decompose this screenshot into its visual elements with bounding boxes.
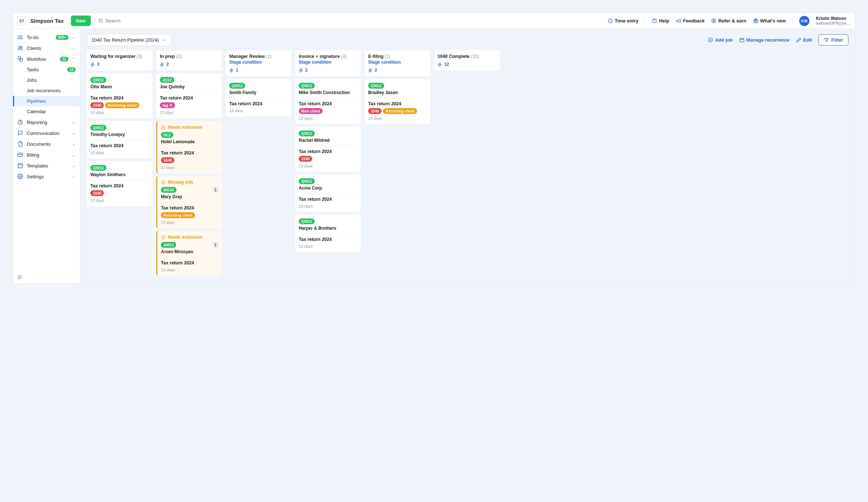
job-card[interactable]: QW12 Timothy Lovejoy Tax return 2024 13 …: [87, 121, 153, 158]
svg-line-1: [102, 22, 103, 23]
search-input[interactable]: [106, 18, 171, 24]
tasks-badge: 12: [67, 67, 76, 72]
help-link[interactable]: Help: [652, 18, 669, 24]
automation-count[interactable]: 12: [438, 62, 496, 67]
svg-rect-18: [18, 153, 22, 156]
client-name: Rachel Mildred: [299, 138, 357, 143]
client-name: Waylon Smithers: [90, 172, 149, 177]
days-label: 13 days: [161, 165, 218, 170]
job-card[interactable]: Missing info MG10 1 Mary Gray Tax return…: [156, 176, 222, 228]
job-card[interactable]: Needs extension AM13 1 Arsen Mirzoyan Ta…: [156, 231, 222, 276]
nav-templates[interactable]: Templates ⌄: [13, 160, 80, 171]
automation-count[interactable]: 2: [368, 68, 427, 73]
svg-point-11: [18, 37, 18, 37]
avatar[interactable]: KW: [799, 16, 809, 26]
automation-count[interactable]: 1: [229, 68, 288, 73]
days-label: 13 days: [160, 110, 218, 115]
job-card[interactable]: JQ12 Joe Quimby Tax return 2024 tag ✕ 13…: [156, 73, 222, 118]
nav-jobs[interactable]: Jobs: [13, 75, 80, 85]
job-card[interactable]: QW12 Harper & Brothers Tax return 2024 1…: [295, 215, 361, 252]
client-name: Timothy Lovejoy: [90, 132, 149, 137]
nav-documents[interactable]: Documents ⌄: [13, 139, 80, 149]
time-entry-link[interactable]: Time entry: [608, 18, 639, 24]
layers-icon: [17, 56, 23, 62]
column-invoice: Invoice + signature (4) Stage condition …: [295, 50, 361, 278]
stage-condition-link[interactable]: Stage condition: [299, 60, 357, 65]
svg-point-10: [18, 35, 18, 36]
job-card[interactable]: QW12 Rachel Mildred Tax return 2024 1040…: [295, 127, 361, 172]
remove-tag-icon[interactable]: ✕: [169, 103, 173, 107]
stage-condition-link[interactable]: Stage condition: [368, 60, 427, 65]
job-title: Tax return 2024: [160, 95, 218, 101]
tag: Returning client: [383, 108, 417, 114]
nav-billing[interactable]: Billing ⌄: [13, 149, 80, 160]
list-icon: [17, 34, 23, 40]
refer-link[interactable]: Refer & earn: [711, 18, 746, 24]
svg-point-0: [99, 19, 102, 22]
nav-tasks[interactable]: Tasks 12: [13, 64, 80, 75]
filter-button[interactable]: Filter: [818, 34, 848, 46]
nav-clients[interactable]: Clients ⌄: [13, 43, 80, 54]
client-code-pill: QW12: [90, 165, 106, 171]
edit-button[interactable]: Edit: [796, 37, 812, 43]
client-code-pill: QW12: [299, 131, 315, 136]
nav-job-recurrences[interactable]: Job recurrences: [13, 85, 80, 96]
days-label: 13 days: [161, 220, 218, 225]
job-card[interactable]: QW12 Mike Smith Construction Tax return …: [295, 79, 361, 124]
days-label: 13 days: [299, 116, 357, 120]
feedback-link[interactable]: Feedback: [676, 18, 705, 24]
svg-rect-20: [18, 163, 22, 168]
client-code-pill: QW12: [299, 218, 315, 224]
automation-count[interactable]: 2: [160, 62, 218, 67]
pin-toggle[interactable]: [17, 275, 22, 281]
alert-label: Needs extension: [161, 235, 218, 240]
column-title: 1040 Complete (10): [438, 54, 496, 59]
user-email: watson1978@ex…: [816, 21, 851, 26]
nav-todo[interactable]: To-do 999+ ⌄: [13, 32, 80, 43]
job-card[interactable]: QW12 Acme Corp Tax return 2024 13 days: [295, 175, 361, 212]
alert-label: Needs extension: [161, 125, 218, 130]
job-title: Tax return 2024: [90, 143, 149, 148]
add-job-button[interactable]: Add job: [708, 37, 732, 43]
client-code-pill: MG10: [161, 187, 176, 193]
job-card[interactable]: QW12 Otto Mann Tax return 2024 1040Retur…: [87, 73, 153, 118]
client-name: Joe Quimby: [160, 84, 218, 89]
new-button[interactable]: New: [71, 16, 91, 26]
svg-point-12: [18, 38, 18, 39]
client-name: Mary Gray: [161, 194, 218, 199]
days-label: 13 days: [368, 116, 427, 120]
days-label: 13 days: [299, 244, 357, 248]
client-code-pill: QW12: [90, 125, 106, 131]
job-card[interactable]: QW12 Waylon Smithers Tax return 2024 104…: [87, 161, 153, 206]
pipeline-selector[interactable]: 1040 Tax Return Pipeline (2024): [87, 34, 171, 46]
card-count-badge: 1: [213, 187, 218, 193]
client-name: Arsen Mirzoyan: [161, 249, 218, 254]
nav-settings[interactable]: Settings ⌄: [13, 171, 80, 182]
automation-count[interactable]: 3: [90, 62, 149, 67]
tag: New client: [299, 108, 323, 114]
nav-calendar[interactable]: Calendar: [13, 106, 80, 117]
tag: 1040: [299, 156, 312, 162]
tag: Returning client: [161, 212, 195, 218]
clock-icon: [608, 18, 613, 24]
nav-workflow[interactable]: Workflow 12 ⌃: [13, 54, 80, 64]
nav-pipelines[interactable]: Pipelines: [13, 96, 80, 106]
manage-recurrence-button[interactable]: Manage recurrence: [739, 37, 790, 43]
main-content: 1040 Tax Return Pipeline (2024) Add job …: [80, 29, 855, 284]
plus-circle-icon: [708, 37, 713, 43]
nav-communication[interactable]: Communication ⌄: [13, 128, 80, 139]
job-title: Tax return 2024: [299, 149, 357, 154]
job-card[interactable]: QW12 Smith Family Tax return 2024 13 day…: [226, 79, 292, 116]
column-header: Waiting for organizer (3) 3: [87, 50, 153, 71]
pipeline-toolbar: 1040 Tax Return Pipeline (2024) Add job …: [87, 34, 848, 46]
chevron-down-icon: ⌄: [72, 46, 76, 51]
job-card[interactable]: Needs extension HL2 Hotel Lemonade Tax r…: [156, 121, 222, 173]
search-icon: [98, 18, 103, 24]
users-icon: [17, 45, 23, 51]
automation-count[interactable]: 2: [299, 68, 357, 73]
client-code-pill: HL2: [161, 132, 173, 138]
job-card[interactable]: QW12 Bradley Jason Tax return 2024 1040R…: [365, 79, 430, 124]
stage-condition-link[interactable]: Stage condition: [229, 60, 288, 65]
whats-new-link[interactable]: What's new: [753, 18, 786, 24]
nav-reporting[interactable]: Reporting ⌄: [13, 117, 80, 128]
